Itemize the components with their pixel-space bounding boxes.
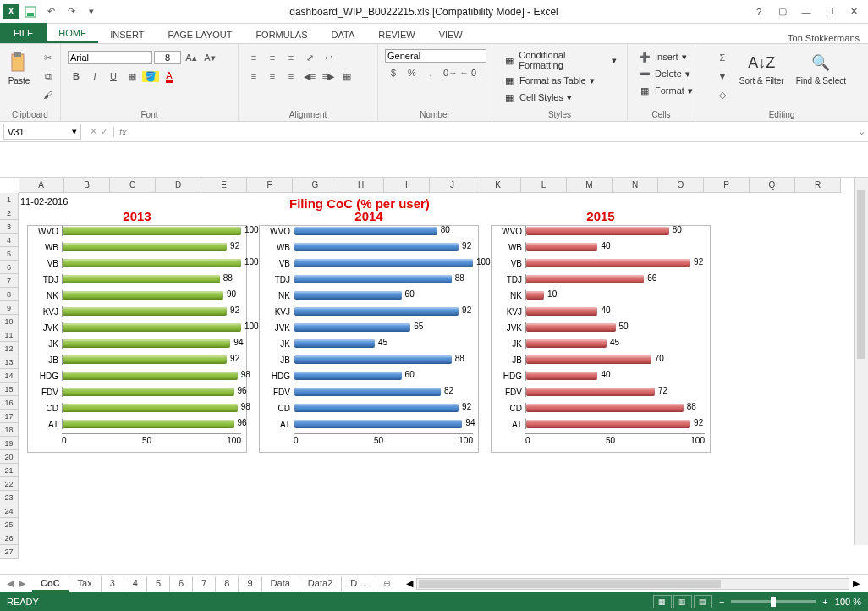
hscroll-right-icon[interactable]: ▶	[853, 578, 860, 589]
row-header[interactable]: 10	[0, 315, 19, 328]
sheet-tab[interactable]: Tax	[69, 576, 102, 592]
row-header[interactable]: 7	[0, 274, 19, 288]
undo-icon[interactable]: ↶	[42, 3, 59, 20]
user-name[interactable]: Ton Stokkermans	[788, 33, 868, 43]
chart-2013[interactable]: 2013WVO100WB92VB100TDJ88NK90KVJ92JVK100J…	[27, 225, 247, 453]
help-icon[interactable]: ?	[748, 3, 770, 20]
row-header[interactable]: 12	[0, 342, 19, 355]
align-middle-icon[interactable]: ≡	[264, 49, 281, 66]
zoom-out-icon[interactable]: −	[719, 597, 724, 607]
column-header[interactable]: N	[613, 178, 658, 193]
column-header[interactable]: G	[293, 178, 338, 193]
indent-decrease-icon[interactable]: ◀≡	[301, 68, 318, 85]
row-header[interactable]: 5	[0, 247, 19, 261]
column-header[interactable]: A	[19, 178, 64, 193]
column-header[interactable]: P	[704, 178, 750, 193]
sheet-tab[interactable]: Data2	[299, 576, 342, 592]
enter-formula-icon[interactable]: ✓	[101, 126, 108, 137]
wrap-text-icon[interactable]: ↩	[320, 49, 337, 66]
increase-font-icon[interactable]: A▴	[183, 49, 200, 66]
row-header[interactable]: 11	[0, 328, 19, 342]
sheet-tab[interactable]: Data	[262, 576, 299, 592]
file-tab[interactable]: FILE	[0, 23, 47, 43]
percent-icon[interactable]: %	[404, 64, 420, 81]
row-header[interactable]: 6	[0, 261, 19, 274]
fill-icon[interactable]: ▼	[714, 68, 731, 85]
column-header[interactable]: I	[384, 178, 430, 193]
row-header[interactable]: 17	[0, 410, 19, 423]
zoom-slider[interactable]	[731, 600, 816, 603]
row-header[interactable]: 15	[0, 383, 19, 396]
format-as-table-button[interactable]: ▦Format as Table▾	[499, 73, 598, 88]
align-top-icon[interactable]: ≡	[245, 49, 262, 66]
underline-icon[interactable]: U	[105, 68, 122, 85]
align-center-icon[interactable]: ≡	[264, 68, 281, 85]
sheet-tab[interactable]: 7	[193, 576, 216, 592]
worksheet-body[interactable]: 11-02-2016 Filing CoC (% per user) 2013W…	[19, 193, 868, 548]
insert-button[interactable]: ➕Insert▾	[635, 49, 690, 64]
column-header[interactable]: K	[475, 178, 521, 193]
sheet-tab[interactable]: 8	[216, 576, 239, 592]
font-name-input[interactable]	[68, 51, 152, 64]
horizontal-scrollbar[interactable]	[416, 578, 849, 590]
row-header[interactable]: 13	[0, 355, 19, 369]
merge-center-icon[interactable]: ▦	[338, 68, 355, 85]
zoom-level[interactable]: 100 %	[835, 597, 861, 607]
row-header[interactable]: 22	[0, 477, 19, 491]
column-header[interactable]: Q	[750, 178, 795, 193]
decrease-decimal-icon[interactable]: ←.0	[459, 64, 476, 81]
fill-color-icon[interactable]: 🪣	[142, 68, 159, 85]
row-header[interactable]: 1	[0, 193, 19, 206]
copy-icon[interactable]: ⧉	[40, 68, 57, 85]
column-header[interactable]: D	[156, 178, 201, 193]
expand-formula-icon[interactable]: ⌄	[854, 126, 868, 137]
sheet-tab[interactable]: 9	[239, 576, 261, 592]
align-bottom-icon[interactable]: ≡	[283, 49, 299, 66]
new-sheet-icon[interactable]: ⊕	[376, 578, 398, 589]
close-icon[interactable]: ✕	[843, 3, 865, 20]
column-header[interactable]: R	[795, 178, 841, 193]
chart-2014[interactable]: 2014WVO80WB92VB100TDJ88NK60KVJ92JVK65JK4…	[259, 225, 479, 453]
horizontal-scrollbar-thumb[interactable]	[419, 580, 721, 588]
sheet-tab[interactable]: 6	[170, 576, 193, 592]
cut-icon[interactable]: ✂	[40, 49, 57, 66]
vertical-scrollbar-thumb[interactable]	[857, 190, 865, 359]
format-painter-icon[interactable]: 🖌	[40, 86, 57, 103]
tab-formulas[interactable]: FORMULAS	[244, 26, 319, 43]
sheet-nav-next-icon[interactable]: ▶	[19, 578, 25, 589]
autosum-icon[interactable]: Σ	[714, 49, 731, 66]
row-header[interactable]: 14	[0, 369, 19, 383]
column-header[interactable]: F	[247, 178, 293, 193]
italic-icon[interactable]: I	[86, 68, 103, 85]
bold-icon[interactable]: B	[68, 68, 85, 85]
tab-home[interactable]: HOME	[47, 25, 98, 43]
redo-icon[interactable]: ↷	[63, 3, 80, 20]
clear-icon[interactable]: ◇	[714, 86, 731, 103]
indent-increase-icon[interactable]: ≡▶	[320, 68, 337, 85]
tab-page-layout[interactable]: PAGE LAYOUT	[156, 26, 244, 43]
row-header[interactable]: 8	[0, 288, 19, 301]
number-format-select[interactable]	[385, 49, 486, 63]
tab-view[interactable]: VIEW	[427, 26, 475, 43]
page-layout-view-icon[interactable]: ▥	[673, 595, 692, 608]
hscroll-left-icon[interactable]: ◀	[406, 578, 413, 589]
normal-view-icon[interactable]: ▦	[653, 595, 672, 608]
row-header[interactable]: 18	[0, 423, 19, 437]
row-header[interactable]: 25	[0, 518, 19, 531]
row-header[interactable]: 26	[0, 531, 19, 545]
format-button[interactable]: ▦Format▾	[635, 83, 696, 98]
orientation-icon[interactable]: ⤢	[301, 49, 318, 66]
cell-styles-button[interactable]: ▦Cell Styles▾	[499, 90, 575, 105]
sheet-tab[interactable]: 5	[147, 576, 170, 592]
tab-review[interactable]: REVIEW	[366, 26, 426, 43]
sort-filter-button[interactable]: A↓Z Sort & Filter	[736, 49, 788, 87]
formula-input[interactable]	[132, 125, 854, 139]
sheet-nav-prev-icon[interactable]: ◀	[7, 578, 14, 589]
align-right-icon[interactable]: ≡	[283, 68, 299, 85]
maximize-icon[interactable]: ☐	[819, 3, 841, 20]
comma-icon[interactable]: ,	[422, 64, 439, 81]
row-header[interactable]: 16	[0, 396, 19, 410]
vertical-scrollbar[interactable]	[854, 178, 868, 545]
chart-2015[interactable]: 2015WVO80WB40VB92TDJ66NK10KVJ40JVK50JK45…	[491, 225, 711, 453]
sheet-tab[interactable]: CoC	[32, 576, 69, 592]
